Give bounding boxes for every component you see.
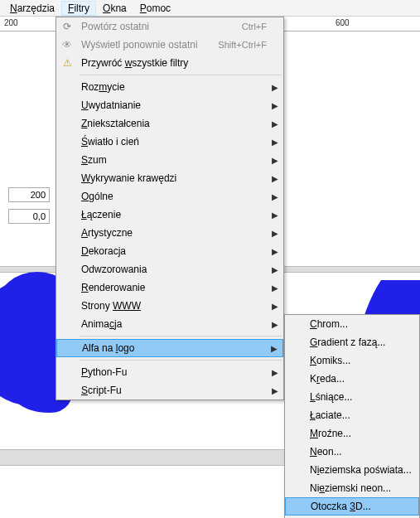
menu-label: Alfa na logo [82, 342, 134, 354]
submenu-decor[interactable]: Dekoracja▶ [56, 242, 283, 260]
menu-repeat-last[interactable]: ⟳ Powtórz ostatni Ctrl+F [56, 17, 283, 36]
chevron-right-icon: ▶ [272, 386, 278, 395]
menu-label: Kreda... [310, 373, 345, 385]
submenu-render[interactable]: Renderowanie▶ [56, 278, 283, 297]
filters-menu: ⟳ Powtórz ostatni Ctrl+F 👁 Wyświetl pono… [56, 17, 284, 400]
menu-windows[interactable]: Okna [96, 1, 133, 16]
item-alien-glow[interactable]: Nieziemska poświata... [285, 461, 419, 479]
item-comic[interactable]: Komiks... [285, 351, 419, 370]
submenu-alpha-to-logo[interactable]: Alfa na logo▶ [56, 339, 283, 357]
menu-label: Strony WWW [81, 300, 141, 312]
submenu-light-shadow[interactable]: Światło i cień▶ [56, 133, 283, 151]
menu-label: Gradient z fazą... [310, 336, 385, 348]
chevron-right-icon: ▶ [272, 156, 278, 165]
chevron-right-icon: ▶ [272, 101, 278, 110]
menu-label: Światło i cień [81, 136, 139, 148]
menu-reset-all-filters[interactable]: ⚠ Przywróć wszystkie filtry [56, 54, 283, 72]
menu-label: Otoczka 3D... [311, 501, 371, 512]
submenu-distorts[interactable]: Zniekształcenia▶ [56, 114, 283, 133]
menu-label: Powtórz ostatni [81, 21, 149, 32]
chevron-right-icon: ▶ [272, 192, 278, 201]
chevron-right-icon: ▶ [272, 302, 278, 311]
eye-icon: 👁 [60, 38, 74, 51]
menu-label: Animacja [81, 318, 122, 330]
chevron-right-icon: ▶ [272, 119, 278, 128]
chevron-right-icon: ▶ [272, 320, 278, 329]
menu-label: Chrom... [310, 318, 348, 330]
submenu-python-fu[interactable]: Python-Fu▶ [56, 363, 283, 381]
coord-input-2[interactable]: 0,0 [8, 209, 50, 224]
menu-label: Dekoracja [81, 245, 126, 257]
submenu-edge-detect[interactable]: Wykrywanie krawędzi▶ [56, 169, 283, 187]
menu-separator [80, 336, 282, 336]
menu-label: Wyświetl ponownie ostatni [81, 39, 198, 51]
chevron-right-icon: ▶ [272, 83, 278, 92]
submenu-combine[interactable]: Łączenie▶ [56, 206, 283, 224]
warn-icon: ⚠ [60, 56, 74, 70]
submenu-generic[interactable]: Ogólne▶ [56, 187, 283, 206]
menu-label: Przywróć wszystkie filtry [81, 57, 188, 69]
chevron-right-icon: ▶ [272, 265, 278, 274]
menu-label: Neon... [310, 446, 342, 457]
submenu-noise[interactable]: Szum▶ [56, 151, 283, 169]
menu-label: Artystyczne [81, 227, 133, 239]
menu-label: Ogólne [81, 191, 113, 202]
chevron-right-icon: ▶ [272, 247, 278, 256]
menu-label: Odwzorowania [81, 264, 147, 275]
menu-label: Python-Fu [81, 366, 127, 378]
menu-label: Renderowanie [81, 282, 145, 293]
menu-reshow-last[interactable]: 👁 Wyświetl ponownie ostatni Shift+Ctrl+F [56, 36, 283, 54]
menu-label: Nieziemski neon... [310, 482, 391, 494]
menu-label: Łaciate... [310, 409, 350, 421]
submenu-web[interactable]: Strony WWW▶ [56, 297, 283, 315]
chevron-right-icon: ▶ [272, 229, 278, 238]
menu-label: Uwydatnianie [81, 99, 141, 111]
chevron-right-icon: ▶ [271, 344, 278, 353]
item-3d-outline[interactable]: Otoczka 3D... [285, 497, 419, 516]
submenu-map[interactable]: Odwzorowania▶ [56, 260, 283, 278]
refresh-icon: ⟳ [60, 20, 74, 33]
menu-label: Script-Fu [81, 385, 122, 396]
submenu-animation[interactable]: Animacja▶ [56, 315, 283, 333]
item-chalk[interactable]: Kreda... [285, 370, 419, 388]
menu-label: Szum [81, 154, 107, 166]
menu-separator [80, 360, 282, 361]
menu-help[interactable]: Pomoc [133, 1, 177, 16]
submenu-artistic[interactable]: Artystyczne▶ [56, 224, 283, 242]
menu-label: Komiks... [310, 355, 350, 366]
menu-filters[interactable]: Filtry [61, 1, 96, 16]
chevron-right-icon: ▶ [272, 138, 278, 147]
menu-label: Zniekształcenia [81, 118, 150, 129]
item-bovination[interactable]: Łaciate... [285, 406, 419, 424]
submenu-blur[interactable]: Rozmycie▶ [56, 78, 283, 96]
item-neon[interactable]: Neon... [285, 443, 419, 461]
menu-label: Lśniące... [310, 391, 352, 403]
shortcut: Shift+Ctrl+F [218, 40, 267, 50]
ruler-tick: 600 [336, 18, 350, 27]
shortcut: Ctrl+F [242, 22, 267, 31]
item-glossy[interactable]: Lśniące... [285, 388, 419, 406]
chevron-right-icon: ▶ [272, 283, 278, 293]
alpha-to-logo-submenu: Chrom... Gradient z fazą... Komiks... Kr… [284, 314, 420, 518]
menu-label: Łączenie [81, 209, 121, 220]
item-alien-neon[interactable]: Nieziemski neon... [285, 479, 419, 497]
chevron-right-icon: ▶ [272, 174, 278, 183]
menu-label: Rozmycie [81, 81, 125, 93]
item-frosty[interactable]: Mroźne... [285, 424, 419, 443]
ruler-tick: 200 [4, 18, 18, 27]
menu-separator [80, 75, 282, 75]
chevron-right-icon: ▶ [272, 211, 278, 220]
submenu-script-fu[interactable]: Script-Fu▶ [56, 381, 283, 399]
item-gradient-bevel[interactable]: Gradient z fazą... [285, 333, 419, 351]
menu-tools[interactable]: Narzędzia [3, 1, 61, 16]
coord-input-1[interactable]: 200 [8, 187, 50, 202]
item-chrom[interactable]: Chrom... [285, 315, 419, 333]
menu-label: Wykrywanie krawędzi [81, 172, 176, 184]
menu-label: Mroźne... [310, 428, 351, 439]
chevron-right-icon: ▶ [272, 368, 278, 377]
menubar: Narzędzia Filtry Okna Pomoc [0, 0, 420, 17]
menu-label: Nieziemska poświata... [310, 464, 412, 476]
submenu-enhance[interactable]: Uwydatnianie▶ [56, 96, 283, 114]
